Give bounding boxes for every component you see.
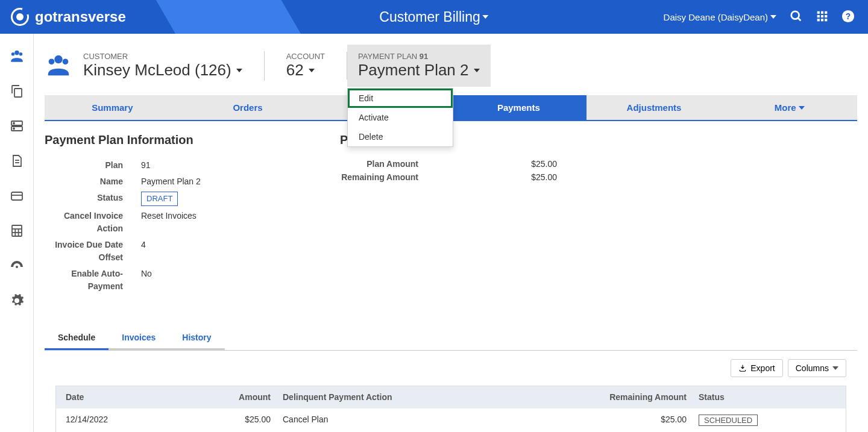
header-remaining[interactable]: Remaining Amount: [596, 392, 687, 402]
help-icon[interactable]: ?: [841, 10, 855, 25]
main-wrap: CUSTOMER Kinsey McLeod (126) ACCOUNT 62: [0, 34, 868, 432]
context-customer-block: CUSTOMER Kinsey McLeod (126): [45, 51, 265, 81]
chevron-down-icon: [832, 366, 838, 370]
svg-text:?: ?: [846, 11, 851, 20]
customers-icon: [45, 51, 72, 81]
remaining-amount-value: $25.00: [436, 172, 557, 182]
cell-remaining: $25.00: [596, 415, 687, 426]
chevron-down-icon: [799, 106, 805, 110]
cell-date: 12/14/2022: [66, 415, 222, 426]
top-header: gotransverse Customer Billing Daisy Dean…: [0, 0, 868, 34]
plan-dropdown-menu: Edit Activate Delete: [347, 88, 453, 147]
table-header: Date Amount Delinquent Payment Action Re…: [56, 386, 846, 408]
tab-adjustments[interactable]: Adjustments: [587, 95, 722, 120]
plan-info-section: Payment Plan Information Plan91 NamePaym…: [45, 133, 304, 296]
rail-settings-icon[interactable]: [0, 283, 33, 318]
chevron-down-icon: [483, 15, 489, 19]
plan-summary-section: Payment Plan Amount$25.00 Remaining Amou…: [340, 133, 569, 296]
tab-payments[interactable]: Payments: [451, 95, 587, 120]
sub-tab-history[interactable]: History: [169, 327, 224, 350]
svg-point-20: [13, 128, 14, 130]
tab-summary[interactable]: Summary: [45, 95, 180, 120]
context-account-block: ACCOUNT 62: [265, 52, 347, 80]
svg-rect-10: [825, 19, 827, 21]
context-account-label: ACCOUNT: [286, 52, 325, 61]
rail-document-icon[interactable]: [0, 143, 33, 178]
svg-rect-6: [821, 14, 823, 17]
plan-amount-label: Plan Amount: [340, 159, 436, 169]
context-plan-label: PAYMENT PLAN 91: [358, 52, 480, 61]
plan-label: Plan: [45, 159, 141, 172]
table-toolbar: Export Columns: [34, 351, 868, 382]
svg-rect-4: [825, 11, 827, 13]
chevron-down-icon: [474, 69, 480, 72]
svg-line-1: [798, 17, 801, 20]
apps-grid-icon[interactable]: [816, 10, 828, 24]
cell-status: SCHEDULED: [687, 415, 836, 426]
context-customer-name: Kinsey McLeod (126): [83, 61, 231, 80]
header-right: Daisy Deane (DaisyDean) ?: [664, 10, 868, 25]
svg-point-13: [14, 51, 19, 55]
sub-tab-schedule[interactable]: Schedule: [45, 327, 108, 350]
tab-orders[interactable]: Orders: [180, 95, 316, 120]
rail-card-icon[interactable]: [0, 178, 33, 213]
rail-server-icon[interactable]: [0, 108, 33, 143]
dropdown-item-delete[interactable]: Delete: [348, 127, 453, 146]
brand-text: gotransverse: [35, 8, 126, 25]
svg-point-30: [16, 266, 18, 268]
svg-rect-3: [821, 11, 823, 13]
context-plan-block: PAYMENT PLAN 91 Payment Plan 2 Edit Acti…: [347, 45, 491, 87]
svg-rect-2: [817, 11, 820, 13]
content-area: CUSTOMER Kinsey McLeod (126) ACCOUNT 62: [34, 34, 868, 432]
svg-rect-5: [817, 14, 820, 17]
svg-point-19: [13, 123, 14, 124]
search-icon[interactable]: [790, 10, 803, 25]
context-customer-label: CUSTOMER: [83, 52, 242, 61]
svg-point-14: [11, 52, 14, 55]
status-badge: DRAFT: [141, 192, 178, 206]
rail-dashboard-icon[interactable]: [0, 248, 33, 283]
context-account-value: 62: [286, 61, 304, 80]
status-badge-scheduled: SCHEDULED: [699, 415, 758, 426]
header-title-dropdown[interactable]: Customer Billing: [379, 9, 488, 25]
plan-amount-value: $25.00: [436, 159, 557, 169]
svg-rect-23: [11, 192, 22, 200]
name-value: Payment Plan 2: [141, 175, 201, 188]
auto-payment-label: Enable Auto-Payment: [45, 268, 141, 293]
header-date[interactable]: Date: [66, 392, 222, 402]
name-label: Name: [45, 175, 141, 188]
context-bar: CUSTOMER Kinsey McLeod (126) ACCOUNT 62: [34, 34, 868, 95]
table-row[interactable]: 12/14/2022 $25.00 Cancel Plan $25.00 SCH…: [56, 408, 846, 432]
svg-point-31: [54, 55, 62, 63]
chevron-down-icon: [309, 69, 315, 72]
user-menu[interactable]: Daisy Deane (DaisyDean): [664, 12, 776, 22]
cancel-action-label: Cancel Invoice Action: [45, 210, 141, 235]
header-title-text: Customer Billing: [379, 9, 480, 25]
rail-calculator-icon[interactable]: [0, 213, 33, 248]
download-icon: [738, 364, 747, 372]
remaining-amount-label: Remaining Amount: [340, 172, 436, 182]
brand[interactable]: gotransverse: [0, 8, 126, 26]
header-action[interactable]: Delinquent Payment Action: [271, 392, 596, 402]
chevron-down-icon: [236, 69, 242, 72]
svg-point-0: [791, 11, 799, 19]
cancel-action-value: Reset Invoices: [141, 210, 197, 235]
tab-more[interactable]: More: [722, 95, 857, 120]
sub-tab-invoices[interactable]: Invoices: [108, 327, 169, 350]
svg-point-32: [49, 58, 55, 64]
export-button[interactable]: Export: [731, 359, 782, 377]
context-customer-dropdown[interactable]: Kinsey McLeod (126): [83, 61, 242, 80]
context-plan-dropdown[interactable]: Payment Plan 2: [358, 61, 480, 80]
dropdown-item-edit[interactable]: Edit: [348, 89, 453, 108]
columns-button[interactable]: Columns: [788, 359, 846, 377]
rail-customers-icon[interactable]: [0, 39, 33, 74]
dropdown-item-activate[interactable]: Activate: [348, 108, 453, 127]
rail-copy-icon[interactable]: [0, 74, 33, 108]
due-offset-value: 4: [141, 239, 146, 264]
context-account-dropdown[interactable]: 62: [286, 61, 325, 80]
svg-rect-8: [817, 19, 820, 21]
schedule-table: Date Amount Delinquent Payment Action Re…: [55, 386, 846, 433]
header-status[interactable]: Status: [687, 392, 836, 402]
svg-point-33: [63, 58, 69, 64]
header-amount[interactable]: Amount: [222, 392, 271, 402]
